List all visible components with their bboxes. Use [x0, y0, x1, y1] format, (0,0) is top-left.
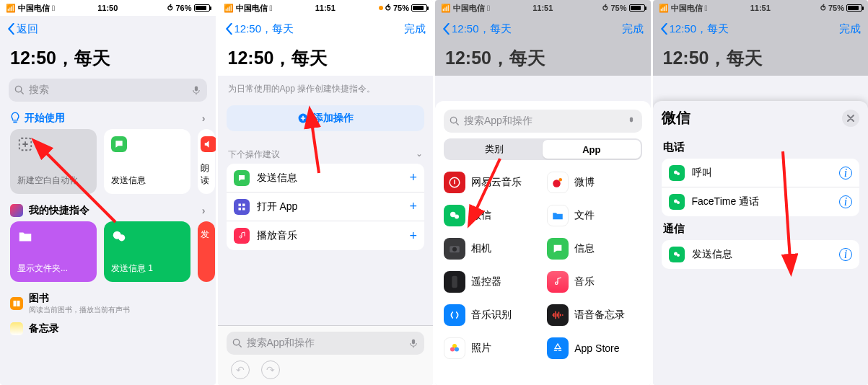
- my-shortcuts-header[interactable]: 我的快捷指令 ›: [0, 194, 216, 221]
- mic-icon[interactable]: [626, 116, 636, 126]
- carrier: 中国电信: [18, 3, 50, 14]
- battery-pct: 75%: [393, 4, 409, 12]
- sheet-header: 微信: [653, 101, 869, 135]
- wechat-icon: [111, 229, 127, 244]
- svg-rect-14: [242, 203, 245, 206]
- svg-point-17: [233, 339, 239, 345]
- mic-icon[interactable]: [408, 338, 418, 348]
- svg-rect-2: [194, 86, 197, 91]
- app-label: 微博: [574, 176, 595, 189]
- app-wechat[interactable]: 微信: [439, 199, 543, 232]
- app-remote[interactable]: 遥控器: [439, 265, 543, 298]
- app-label: 遥控器: [471, 275, 501, 288]
- mic-icon[interactable]: [191, 85, 201, 95]
- svg-rect-15: [238, 208, 241, 211]
- notes-row[interactable]: 备忘录: [0, 319, 216, 340]
- plus-circle-icon: [297, 112, 309, 124]
- suggestion-open-app[interactable]: 打开 App +: [227, 192, 425, 221]
- app-camera[interactable]: 相机: [439, 232, 543, 265]
- chevron-down-icon[interactable]: ⌄: [416, 149, 423, 161]
- info-icon[interactable]: i: [839, 167, 852, 180]
- add-icon[interactable]: +: [409, 199, 417, 214]
- close-icon: [847, 115, 854, 122]
- books-title: 图书: [29, 292, 130, 305]
- svg-point-37: [677, 172, 680, 175]
- add-icon[interactable]: +: [409, 229, 417, 244]
- search-icon: [232, 338, 242, 348]
- back-button[interactable]: 12:50，每天: [442, 22, 512, 36]
- my-shortcuts-label: 我的快捷指令: [29, 204, 89, 217]
- carrier: 中国电信: [453, 3, 485, 14]
- segmented-control[interactable]: 类别 App: [444, 138, 642, 160]
- nav-bar: 12:50，每天 完成: [218, 16, 434, 42]
- app-shazam[interactable]: 音乐识别: [439, 298, 543, 332]
- done-button[interactable]: 完成: [839, 22, 861, 36]
- svg-line-18: [239, 345, 242, 348]
- close-button[interactable]: [842, 110, 859, 127]
- bottom-bar: 搜索App和操作 ↶ ↷: [218, 325, 434, 385]
- tile-send-partial[interactable]: 发: [198, 221, 215, 282]
- info-icon[interactable]: i: [839, 248, 852, 261]
- app-voice-memos[interactable]: 语音备忘录: [543, 298, 646, 332]
- section-comm: 通信: [653, 216, 869, 240]
- tile-new-automation[interactable]: 新建空白自动化: [10, 129, 97, 194]
- folder-icon: [17, 229, 33, 244]
- suggestion-send-message[interactable]: 发送信息 +: [227, 164, 425, 192]
- back-button[interactable]: 12:50，每天: [660, 22, 729, 36]
- chevron-right-icon: ›: [202, 205, 206, 216]
- seg-app[interactable]: App: [543, 140, 640, 159]
- phone-list: 呼叫 i FaceTime 通话 i: [662, 159, 860, 216]
- books-row[interactable]: 图书 阅读当前图书，播放当前有声书: [0, 282, 216, 319]
- back-button[interactable]: 12:50，每天: [225, 22, 294, 36]
- done-button[interactable]: 完成: [404, 22, 426, 36]
- add-icon[interactable]: +: [409, 170, 417, 185]
- redo-button[interactable]: ↷: [261, 360, 280, 379]
- app-label: App Store: [574, 342, 619, 354]
- info-icon[interactable]: i: [839, 195, 852, 208]
- app-label: 语音备忘录: [574, 309, 625, 322]
- shortcuts-icon: [10, 204, 23, 217]
- app-label: 照片: [471, 342, 491, 355]
- tile-speak[interactable]: 朗读: [198, 129, 215, 194]
- get-started-header[interactable]: 开始使用 ›: [0, 105, 216, 129]
- search-input[interactable]: 搜索: [9, 79, 207, 102]
- app-photos[interactable]: 照片: [439, 332, 543, 365]
- chevron-left-icon: [442, 23, 450, 35]
- undo-redo-bar: ↶ ↷: [218, 360, 434, 385]
- app-messages[interactable]: 信息: [543, 232, 646, 265]
- action-send-message[interactable]: 发送信息 i: [662, 240, 860, 269]
- svg-point-39: [677, 201, 680, 204]
- search-apps-input[interactable]: 搜索App和操作: [227, 332, 425, 355]
- books-icon: [10, 297, 23, 310]
- undo-button[interactable]: ↶: [231, 360, 250, 379]
- search-apps-input[interactable]: 搜索App和操作: [444, 110, 642, 133]
- message-icon: [111, 136, 127, 152]
- wechat-icon: [669, 194, 685, 210]
- weibo-icon: [547, 172, 569, 193]
- app-netease-music[interactable]: 网易云音乐: [439, 166, 543, 199]
- action-call[interactable]: 呼叫 i: [662, 159, 860, 187]
- svg-point-28: [455, 215, 459, 219]
- tile-send-message[interactable]: 发送信息: [104, 129, 190, 194]
- tile-send-wechat[interactable]: 发送信息 1: [104, 221, 190, 282]
- action-facetime[interactable]: FaceTime 通话 i: [662, 187, 860, 216]
- tile-label: 发送信息 1: [111, 262, 183, 275]
- get-started-label: 开始使用: [25, 112, 65, 125]
- done-button[interactable]: 完成: [622, 22, 644, 36]
- app-files[interactable]: 文件: [543, 199, 646, 232]
- suggestion-play-music[interactable]: 播放音乐 +: [227, 221, 425, 250]
- tile-label: 显示文件夹...: [17, 262, 89, 275]
- remote-icon: [444, 271, 465, 293]
- back-button[interactable]: 返回: [7, 22, 38, 36]
- seg-category[interactable]: 类别: [445, 140, 543, 159]
- app-weibo[interactable]: 微博: [543, 166, 646, 199]
- my-shortcut-tiles: 显示文件夹... 发送信息 1 发: [0, 221, 216, 282]
- app-music[interactable]: 音乐: [543, 265, 646, 298]
- tile-show-folder[interactable]: 显示文件夹...: [10, 221, 97, 282]
- svg-line-1: [21, 92, 23, 94]
- add-action-button[interactable]: 添加操作: [227, 105, 425, 131]
- back-label: 12:50，每天: [234, 22, 294, 36]
- app-appstore[interactable]: App Store: [543, 332, 646, 365]
- app-label: 网易云音乐: [471, 176, 522, 189]
- svg-line-22: [456, 123, 459, 125]
